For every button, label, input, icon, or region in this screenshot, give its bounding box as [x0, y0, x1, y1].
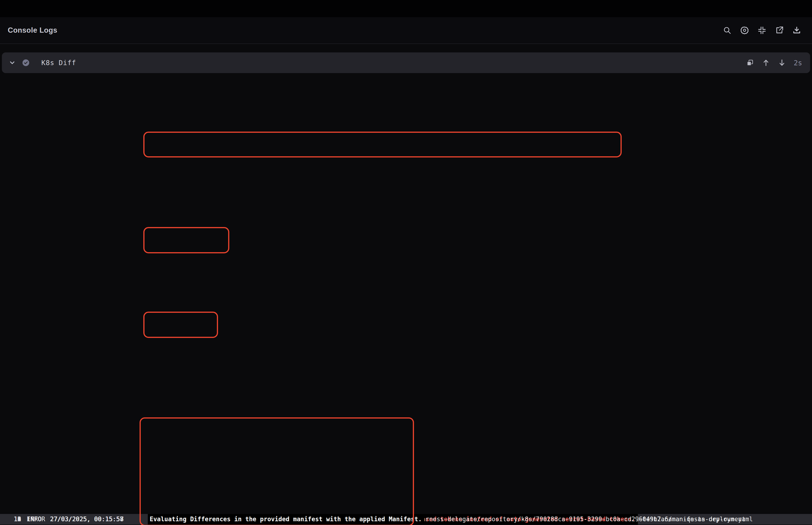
chevron-down-icon[interactable] — [8, 59, 16, 67]
step-header-actions: 2s — [746, 52, 802, 73]
step-header-bar[interactable]: K8s Diff 2s — [2, 52, 810, 73]
log-message: Evaluating Differences in the provided m… — [150, 514, 425, 525]
console-logs-window: Console Logs — [0, 0, 812, 525]
page-title: Console Logs — [8, 26, 57, 34]
settings-gear-icon[interactable] — [740, 26, 749, 35]
scroll-to-top-icon[interactable] — [762, 59, 770, 67]
copy-icon[interactable] — [746, 59, 754, 67]
console-logs-header: Console Logs — [0, 17, 812, 44]
check-circle-icon — [21, 59, 30, 67]
header-toolbar — [723, 17, 801, 44]
collapse-icon[interactable] — [757, 26, 766, 35]
log-row-8[interactable]: 8INFO27/03/2025, 00:15:57Evaluating Diff… — [0, 514, 812, 525]
download-icon[interactable] — [792, 26, 801, 35]
diff-annotation-box-file-headers — [143, 132, 622, 158]
step-header-left: K8s Diff — [8, 59, 76, 67]
log-level: INFO — [27, 514, 42, 525]
search-icon[interactable] — [723, 26, 732, 35]
log-message-emphasis: Evaluating Differences in the provided m… — [148, 514, 425, 525]
diff-annotation-box-generation — [143, 227, 229, 253]
window-top-strip — [0, 0, 812, 17]
open-in-new-icon[interactable] — [775, 26, 784, 35]
log-timestamp: 27/03/2025, 00:15:57 — [50, 514, 124, 525]
log-line-number: 8 — [0, 514, 21, 525]
diff-annotation-box-containers — [140, 417, 414, 525]
step-duration: 2s — [794, 59, 802, 67]
diff-annotation-box-replicas — [143, 312, 218, 338]
scroll-to-bottom-icon[interactable] — [778, 59, 786, 67]
step-name[interactable]: K8s Diff — [41, 59, 76, 67]
log-viewport[interactable]: 46INFO27/03/2025, 00:15:58+ name: naman-… — [0, 80, 812, 525]
